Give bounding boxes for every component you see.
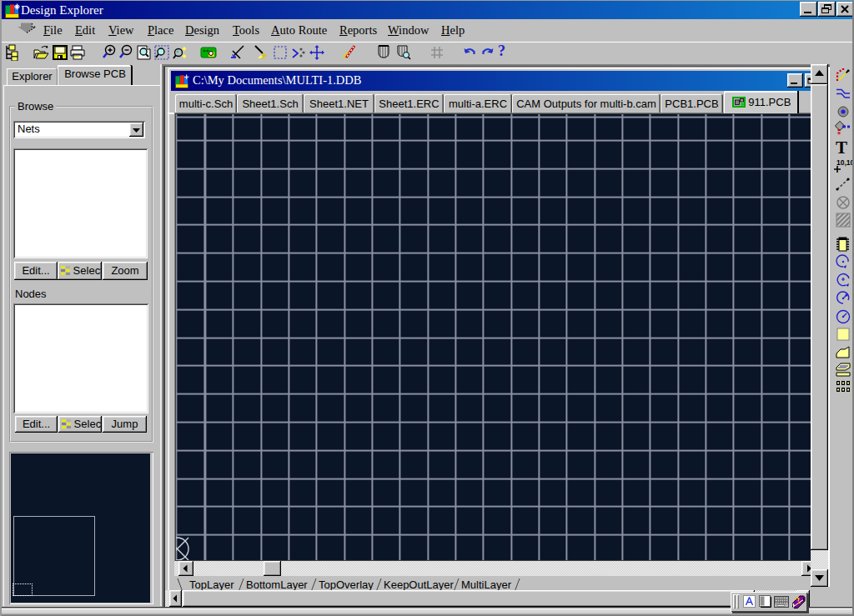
svg-text:10,10: 10,10	[836, 158, 854, 167]
svg-text:TopOverlay: TopOverlay	[319, 578, 374, 591]
svg-text:TopLayer: TopLayer	[189, 578, 234, 591]
svg-text:KeepOutLayer: KeepOutLayer	[384, 578, 455, 591]
svg-text:MultiLayer: MultiLayer	[461, 578, 512, 591]
svg-text:BottomLayer: BottomLayer	[246, 578, 308, 591]
